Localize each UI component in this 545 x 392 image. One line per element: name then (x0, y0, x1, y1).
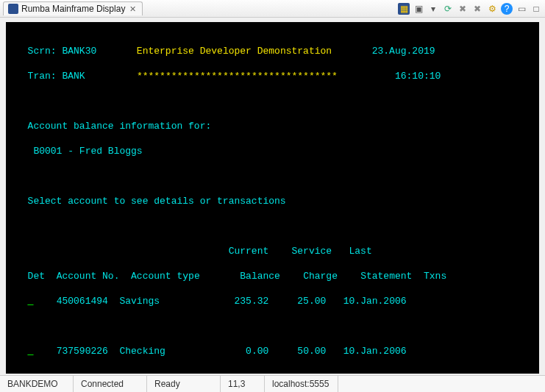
tool-icon-2[interactable]: ▣ (413, 3, 424, 15)
stmt-1: 10.Jan.2006 (343, 346, 407, 357)
minimize-icon[interactable]: ▭ (516, 3, 527, 15)
gear-icon[interactable]: ⚙ (486, 3, 498, 15)
type-0: Savings (119, 296, 160, 307)
det-input-1[interactable]: _ (28, 345, 34, 357)
tran-value: BANK (62, 71, 85, 82)
txns-0 (418, 296, 424, 307)
charge-0: 25.00 (297, 296, 326, 307)
tool-icon-1[interactable]: ▦ (398, 3, 410, 15)
scrn-label: Scrn: (28, 46, 57, 57)
balance-1: 0.00 (246, 346, 268, 357)
app-icon (8, 4, 18, 14)
col-current-2: Balance (240, 271, 280, 282)
tool-icon-6[interactable]: ✖ (471, 3, 483, 15)
dropdown-icon[interactable]: ▾ (427, 3, 439, 15)
date-value: 23.Aug.2019 (372, 46, 435, 57)
acct-0: 450061494 (57, 296, 108, 307)
det-input-0[interactable]: _ (28, 295, 34, 307)
customer-sep: - (62, 146, 79, 157)
col-service-2: Charge (303, 271, 338, 282)
txns-1 (418, 346, 424, 357)
stmt-0: 10.Jan.2006 (343, 296, 407, 307)
type-1: Checking (119, 346, 165, 357)
app-title: Enterprise Developer Demonstration (137, 46, 332, 57)
customer-name: Fred Bloggs (79, 146, 143, 157)
window-titlebar: Rumba Mainframe Display ✕ ▦ ▣ ▾ ⟳ ✖ ✖ ⚙ … (0, 0, 545, 18)
acct-info-label: Account balance information for: (28, 121, 212, 132)
tran-label: Tran: (28, 71, 57, 82)
window-title: Rumba Mainframe Display (21, 4, 125, 14)
col-txns: Txns (424, 271, 446, 282)
help-icon[interactable]: ? (501, 3, 513, 15)
window-tab[interactable]: Rumba Mainframe Display ✕ (3, 1, 143, 15)
col-current-1: Current (229, 246, 269, 257)
col-type: Account type (131, 271, 200, 282)
maximize-icon[interactable]: □ (530, 3, 542, 15)
col-service-1: Service (291, 246, 332, 257)
customer-id: B0001 (33, 146, 62, 157)
toolbar: ▦ ▣ ▾ ⟳ ✖ ✖ ⚙ ? ▭ □ (398, 3, 542, 15)
col-det: Det (28, 271, 45, 282)
acct-1: 737590226 (57, 346, 108, 357)
col-last-1: Last (349, 246, 372, 257)
close-icon[interactable]: ✕ (128, 4, 138, 14)
refresh-icon[interactable]: ⟳ (442, 3, 454, 15)
select-prompt: Select account to see details or transac… (28, 196, 286, 207)
title-stars: *********************************** (137, 71, 338, 82)
balance-0: 235.32 (234, 296, 268, 307)
col-last-2: Statement (360, 271, 412, 282)
charge-1: 50.00 (297, 346, 326, 357)
scrn-value: BANK30 (62, 46, 96, 57)
tool-icon-5[interactable]: ✖ (457, 3, 469, 15)
time-value: 16:10:10 (395, 71, 441, 82)
col-acct: Account No. (57, 271, 120, 282)
terminal-screen[interactable]: Scrn: BANK30 Enterprise Developer Demons… (6, 22, 539, 374)
